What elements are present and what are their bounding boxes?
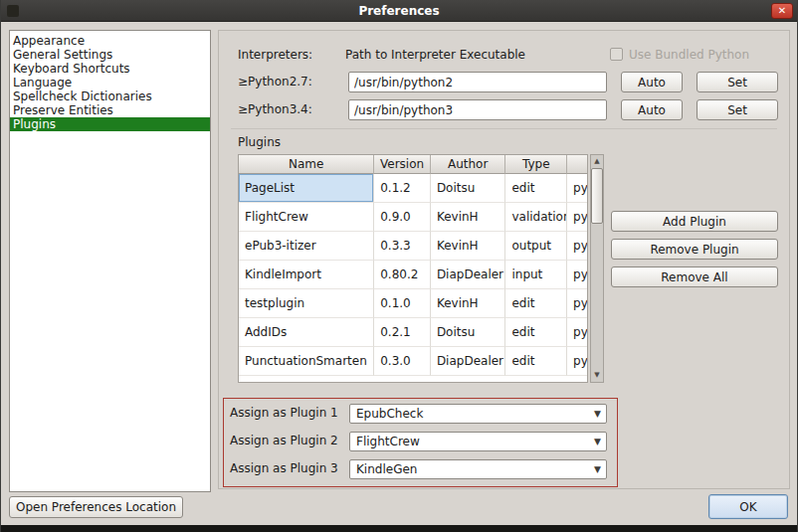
- open-preferences-location-button[interactable]: Open Preferences Location: [9, 496, 183, 518]
- assign-plugin-1-label: Assign as Plugin 1: [230, 406, 338, 420]
- table-cell[interactable]: KindleImport: [239, 261, 374, 289]
- remove-plugin-button[interactable]: Remove Plugin: [611, 239, 778, 260]
- table-header-row: Name Version Author Type: [239, 155, 587, 174]
- add-plugin-button[interactable]: Add Plugin: [611, 211, 778, 232]
- column-header-author[interactable]: Author: [431, 155, 506, 174]
- section-separator: [231, 128, 777, 129]
- column-header-name[interactable]: Name: [239, 155, 374, 174]
- sidebar-item-keyboard-shortcuts[interactable]: Keyboard Shortcuts: [10, 62, 210, 76]
- table-cell[interactable]: pyt: [567, 203, 587, 232]
- use-bundled-python-label: Use Bundled Python: [629, 48, 749, 62]
- sidebar-item-appearance[interactable]: Appearance: [10, 34, 210, 48]
- python2-auto-button[interactable]: Auto: [621, 72, 683, 92]
- table-cell[interactable]: KevinH: [431, 289, 506, 318]
- scroll-down-icon[interactable]: ▼: [591, 369, 603, 382]
- python3-label: ≥Python3.4:: [238, 102, 312, 116]
- table-cell[interactable]: pyt: [567, 289, 587, 318]
- assign-plugin-2-dropdown[interactable]: FlightCrew ▼: [349, 432, 607, 451]
- assign-plugin-3-dropdown[interactable]: KindleGen ▼: [349, 459, 607, 479]
- table-row[interactable]: FlightCrew 0.9.0 KevinH validation pyt: [239, 203, 587, 232]
- sidebar-item-general-settings[interactable]: General Settings: [10, 48, 210, 62]
- table-cell[interactable]: edit: [505, 318, 567, 347]
- column-header-language[interactable]: [567, 155, 587, 174]
- python3-path-input[interactable]: [348, 99, 607, 120]
- table-cell[interactable]: ePub3-itizer: [239, 232, 374, 261]
- python2-label: ≥Python2.7:: [238, 75, 312, 89]
- table-cell[interactable]: testplugin: [239, 289, 374, 318]
- table-cell[interactable]: KevinH: [431, 232, 506, 261]
- path-to-interpreter-header: Path to Interpreter Executable: [345, 48, 525, 62]
- chevron-down-icon: ▼: [594, 460, 601, 478]
- table-cell[interactable]: 0.3.3: [374, 232, 431, 261]
- sidebar-item-spellcheck-dictionaries[interactable]: Spellcheck Dictionaries: [10, 89, 210, 103]
- python3-auto-button[interactable]: Auto: [621, 99, 683, 120]
- scroll-up-icon[interactable]: ▲: [591, 155, 603, 168]
- table-cell[interactable]: FlightCrew: [239, 203, 374, 232]
- chevron-down-icon: ▼: [594, 433, 601, 450]
- sidebar: Appearance General Settings Keyboard Sho…: [9, 30, 211, 492]
- table-row[interactable]: PageList 0.1.2 Doitsu edit pyt: [239, 174, 587, 203]
- table-cell[interactable]: edit: [505, 347, 567, 376]
- table-cell[interactable]: pyt: [567, 261, 587, 289]
- close-icon: ✕: [778, 5, 786, 16]
- table-cell[interactable]: Doitsu: [431, 318, 506, 347]
- table-cell[interactable]: pyt: [567, 174, 587, 203]
- window-menu-icon: [7, 5, 19, 17]
- chevron-down-icon: ▼: [594, 405, 601, 423]
- table-cell[interactable]: PageList: [239, 174, 374, 203]
- python2-set-button[interactable]: Set: [697, 72, 778, 92]
- table-cell[interactable]: 0.80.2: [374, 261, 431, 289]
- preferences-window: Preferences ✕ Appearance General Setting…: [0, 0, 798, 532]
- sidebar-item-plugins[interactable]: Plugins: [10, 117, 210, 131]
- sidebar-item-preserve-entities[interactable]: Preserve Entities: [10, 103, 210, 117]
- table-cell[interactable]: edit: [505, 174, 567, 203]
- table-cell[interactable]: 0.2.1: [374, 318, 431, 347]
- table-row[interactable]: KindleImport 0.80.2 DiapDealer input pyt: [239, 261, 587, 289]
- titlebar[interactable]: Preferences ✕: [1, 0, 797, 22]
- assign-plugin-3-value: KindleGen: [356, 462, 417, 476]
- plugins-section-label: Plugins: [238, 135, 281, 149]
- table-cell[interactable]: validation: [505, 203, 567, 232]
- close-button[interactable]: ✕: [771, 3, 793, 19]
- plugins-table: Name Version Author Type PageList 0.1.2 …: [238, 154, 588, 383]
- python3-set-button[interactable]: Set: [697, 99, 778, 120]
- table-cell[interactable]: pyt: [567, 232, 587, 261]
- assign-plugin-1-dropdown[interactable]: EpubCheck ▼: [349, 404, 607, 424]
- table-cell[interactable]: output: [505, 232, 567, 261]
- plugins-settings-panel: Interpreters: Path to Interpreter Execut…: [218, 30, 790, 489]
- sidebar-item-language[interactable]: Language: [10, 76, 210, 89]
- table-cell[interactable]: DiapDealer: [431, 261, 506, 289]
- column-header-type[interactable]: Type: [505, 155, 567, 174]
- interpreters-label: Interpreters:: [238, 48, 312, 62]
- table-cell[interactable]: 0.9.0: [374, 203, 431, 232]
- assign-plugin-3-label: Assign as Plugin 3: [230, 461, 338, 475]
- ok-button[interactable]: OK: [708, 494, 788, 519]
- python2-path-input[interactable]: [348, 72, 607, 92]
- table-cell[interactable]: 0.3.0: [374, 347, 431, 376]
- table-cell[interactable]: pyt: [567, 347, 587, 376]
- table-cell[interactable]: DiapDealer: [431, 347, 506, 376]
- table-cell[interactable]: 0.1.0: [374, 289, 431, 318]
- table-row[interactable]: PunctuationSmarten 0.3.0 DiapDealer edit…: [239, 347, 587, 376]
- table-cell[interactable]: input: [505, 261, 567, 289]
- assign-plugin-2-label: Assign as Plugin 2: [230, 434, 338, 447]
- window-title: Preferences: [358, 4, 439, 18]
- table-scrollbar[interactable]: ▲ ▼: [590, 154, 604, 383]
- use-bundled-python-checkbox: [610, 48, 623, 61]
- table-row[interactable]: AddIDs 0.2.1 Doitsu edit pyt: [239, 318, 587, 347]
- table-cell[interactable]: AddIDs: [239, 318, 374, 347]
- table-cell[interactable]: pyt: [567, 318, 587, 347]
- assign-plugin-2-value: FlightCrew: [356, 435, 420, 448]
- table-cell[interactable]: PunctuationSmarten: [239, 347, 374, 376]
- table-cell[interactable]: edit: [505, 289, 567, 318]
- column-header-version[interactable]: Version: [374, 155, 431, 174]
- table-cell[interactable]: Doitsu: [431, 174, 506, 203]
- scrollbar-thumb[interactable]: [591, 168, 603, 224]
- table-cell[interactable]: 0.1.2: [374, 174, 431, 203]
- window-bottom-border: [1, 525, 797, 532]
- assign-plugin-1-value: EpubCheck: [356, 407, 423, 421]
- table-row[interactable]: testplugin 0.1.0 KevinH edit pyt: [239, 289, 587, 318]
- table-cell[interactable]: KevinH: [431, 203, 506, 232]
- remove-all-button[interactable]: Remove All: [611, 266, 778, 287]
- table-row[interactable]: ePub3-itizer 0.3.3 KevinH output pyt: [239, 232, 587, 261]
